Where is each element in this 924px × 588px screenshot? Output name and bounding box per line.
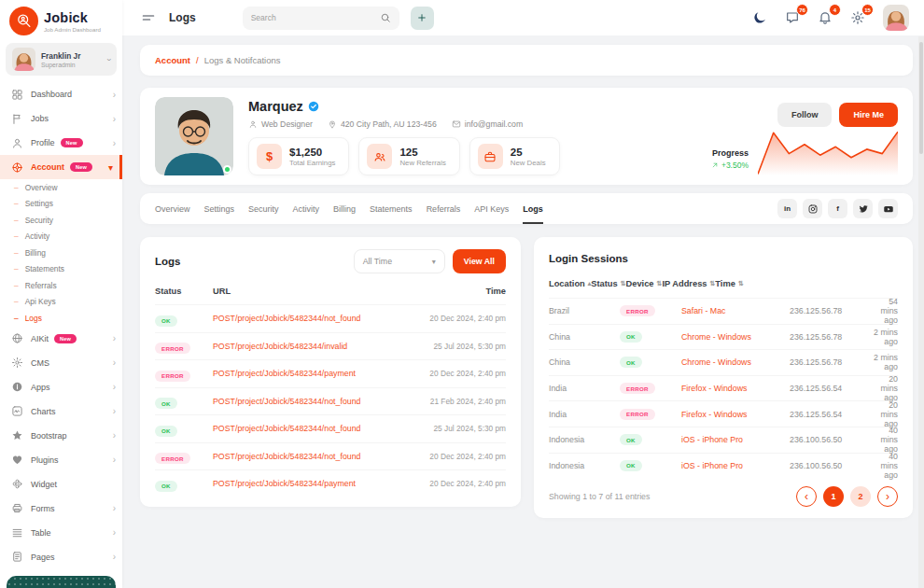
log-url-link[interactable]: POST/project/Jobick/5482344/payment bbox=[213, 479, 429, 488]
search-icon[interactable] bbox=[380, 12, 391, 23]
sidebar-item-icon bbox=[11, 478, 23, 490]
add-button[interactable] bbox=[411, 7, 434, 30]
session-location: Brazil bbox=[549, 306, 620, 315]
sidebar-item-label: Account bbox=[31, 162, 64, 172]
tab[interactable]: Overview bbox=[155, 193, 190, 224]
session-device-link[interactable]: Safari - Mac bbox=[681, 306, 790, 315]
log-url-link[interactable]: POST/project/Jobick/5482344/invalid bbox=[213, 342, 434, 351]
session-time: 20 mins ago bbox=[872, 374, 898, 402]
sidebar-item[interactable]: Pages › bbox=[0, 545, 122, 569]
chevron-icon: › bbox=[113, 114, 116, 124]
log-url-link[interactable]: POST/project/Jobick/5482344/not_found bbox=[213, 314, 429, 323]
header-icon-button[interactable]: 15 bbox=[850, 10, 865, 25]
tab[interactable]: API Keys bbox=[474, 193, 509, 224]
sort-column-header[interactable]: Location ▴ bbox=[549, 279, 591, 288]
sort-column-header[interactable]: IP Address ⇅ bbox=[662, 279, 715, 288]
search-input[interactable] bbox=[251, 13, 374, 22]
avatar[interactable] bbox=[883, 5, 909, 31]
social-button[interactable] bbox=[803, 199, 822, 218]
sidebar-subitem[interactable]: Activity bbox=[0, 229, 122, 245]
logs-table-header: Status URL Time bbox=[155, 273, 506, 304]
tab[interactable]: Logs bbox=[523, 193, 543, 224]
sidebar-item[interactable]: Forms › bbox=[0, 497, 122, 521]
sidebar-promo-box[interactable] bbox=[7, 576, 116, 588]
log-time: 20 Dec 2024, 2:40 pm bbox=[429, 452, 506, 461]
log-url-link[interactable]: POST/project/Jobick/5482344/not_found bbox=[213, 424, 434, 433]
sidebar-item[interactable]: AIKit New › bbox=[0, 327, 122, 351]
hire-me-button[interactable]: Hire Me bbox=[839, 103, 898, 127]
log-url-link[interactable]: POST/project/Jobick/5482344/payment bbox=[213, 369, 429, 378]
sidebar-item[interactable]: Widget bbox=[0, 472, 122, 497]
tab[interactable]: Statements bbox=[370, 193, 413, 224]
sidebar-item[interactable]: Apps › bbox=[0, 375, 122, 399]
sidebar-item[interactable]: Profile New › bbox=[0, 131, 122, 155]
session-time: 2 mins ago bbox=[872, 328, 898, 346]
header-icon-button[interactable]: 4 bbox=[818, 10, 833, 25]
tab[interactable]: Settings bbox=[204, 193, 235, 224]
follow-button[interactable]: Follow bbox=[777, 103, 833, 127]
sidebar-item[interactable]: Charts › bbox=[0, 399, 122, 424]
session-ip: 236.125.56.78 bbox=[790, 332, 872, 342]
sort-column-header[interactable]: Device ⇅ bbox=[626, 279, 663, 288]
sort-column-header[interactable]: Time ⇅ bbox=[715, 279, 743, 288]
sidebar-item-icon bbox=[11, 429, 23, 441]
sidebar-subitem[interactable]: Referrals bbox=[0, 277, 122, 294]
session-ip: 236.125.56.54 bbox=[790, 384, 872, 393]
sidebar-subitem-label: Security bbox=[25, 216, 53, 225]
pagination-next-button[interactable]: › bbox=[877, 486, 898, 507]
social-button[interactable]: in bbox=[777, 199, 797, 218]
session-device-link[interactable]: Firefox - Windows bbox=[681, 410, 790, 419]
sort-column-header[interactable]: Status ⇅ bbox=[591, 279, 625, 288]
sidebar-subitem[interactable]: Logs bbox=[0, 310, 122, 327]
sidebar-subitem[interactable]: Security bbox=[0, 212, 122, 229]
log-url-link[interactable]: POST/project/Jobick/5482344/not_found bbox=[213, 397, 430, 406]
sidebar-item[interactable]: Bootstrap › bbox=[0, 424, 122, 448]
sidebar-item[interactable]: Account New ▾ bbox=[0, 155, 122, 179]
progress-sparkline bbox=[758, 127, 898, 175]
session-device-link[interactable]: Firefox - Windows bbox=[681, 384, 790, 393]
header-icon-button[interactable]: 76 bbox=[785, 10, 800, 25]
sidebar-item[interactable]: Jobs › bbox=[0, 106, 122, 131]
social-button[interactable]: f bbox=[828, 199, 847, 218]
sidebar-subitem[interactable]: Statements bbox=[0, 261, 122, 278]
tab[interactable]: Referrals bbox=[427, 193, 461, 224]
time-filter-select[interactable]: All Time ▾ bbox=[354, 249, 445, 273]
logs-card-title: Logs bbox=[155, 256, 180, 267]
scrollbar-thumb[interactable] bbox=[919, 42, 923, 154]
sidebar-user-card[interactable]: Franklin Jr Superadmin › bbox=[6, 43, 117, 76]
sidebar-subitem[interactable]: Overview bbox=[0, 179, 122, 196]
chevron-icon: ▾ bbox=[108, 162, 113, 173]
tab[interactable]: Security bbox=[248, 193, 279, 224]
sidebar-item[interactable]: Plugins › bbox=[0, 448, 122, 472]
session-device-link[interactable]: iOS - iPhone Pro bbox=[681, 461, 790, 470]
breadcrumb-section[interactable]: Account bbox=[155, 55, 190, 65]
chevron-icon: › bbox=[113, 406, 116, 416]
view-all-button[interactable]: View All bbox=[453, 249, 506, 273]
progress-change: +3.50% bbox=[711, 161, 749, 170]
header-icon-button[interactable] bbox=[752, 10, 767, 25]
session-device-link[interactable]: Chrome - Windows bbox=[681, 332, 790, 342]
sidebar-item[interactable]: Dashboard › bbox=[0, 82, 122, 106]
tab[interactable]: Activity bbox=[293, 193, 320, 224]
notification-badge: 4 bbox=[829, 4, 841, 16]
sidebar-subitem[interactable]: Billing bbox=[0, 245, 122, 261]
session-device-link[interactable]: Chrome - Windows bbox=[681, 357, 790, 367]
profile-actions: Follow Hire Me Progress +3.50% bbox=[674, 97, 898, 175]
page-button[interactable]: 1 bbox=[823, 486, 844, 507]
log-url-link[interactable]: POST/project/Jobick/5482344/not_found bbox=[213, 452, 429, 461]
tab[interactable]: Billing bbox=[333, 193, 356, 224]
sidebar-item[interactable]: CMS › bbox=[0, 351, 122, 375]
sidebar-item[interactable]: Table › bbox=[0, 521, 122, 545]
page-button[interactable]: 2 bbox=[850, 486, 871, 507]
session-device-link[interactable]: iOS - iPhone Pro bbox=[681, 435, 790, 444]
pagination-prev-button[interactable]: ‹ bbox=[796, 486, 817, 507]
social-button[interactable] bbox=[878, 199, 898, 218]
tab-label: Security bbox=[248, 204, 279, 214]
sidebar-subitem[interactable]: Api Keys bbox=[0, 294, 122, 311]
user-name: Franklin Jr bbox=[41, 51, 80, 61]
sidebar-item-icon bbox=[11, 526, 23, 539]
hamburger-icon[interactable] bbox=[141, 10, 156, 25]
top-header: Logs 76 4 15 bbox=[122, 0, 924, 35]
social-button[interactable] bbox=[853, 199, 873, 218]
sidebar-subitem[interactable]: Settings bbox=[0, 196, 122, 213]
